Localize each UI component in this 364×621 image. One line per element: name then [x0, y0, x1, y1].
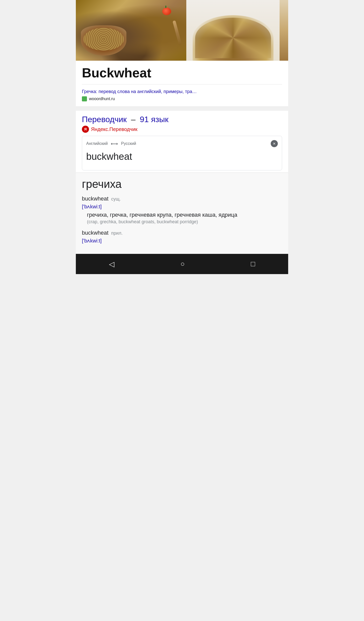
site-name: wooordhunt.ru	[89, 97, 115, 101]
home-icon: ○	[180, 260, 185, 268]
dict-pos-adj: прил.	[111, 231, 123, 236]
language-row: Английский ⟷ Русский ✕	[86, 140, 278, 147]
image-pile	[186, 0, 280, 61]
dict-meanings-noun: гречиха, гречка, гречневая крупа, гречне…	[82, 212, 282, 218]
site-favicon-icon	[82, 96, 87, 101]
dict-word-adj: buckwheat прил.	[82, 230, 282, 236]
page-title: Buckwheat	[82, 66, 282, 80]
back-button[interactable]: ◁	[104, 257, 120, 271]
image-header	[76, 0, 288, 61]
source-language-label: Английский	[86, 141, 108, 146]
target-language-label: Русский	[121, 141, 136, 146]
dict-entry-noun: buckwheat сущ. ['bʌkwi:t] гречиха, гречк…	[82, 195, 282, 225]
dict-examples-noun: (crap, grechka, buckwheat groats, buckwh…	[82, 219, 282, 225]
dictionary-section: гречиха buckwheat сущ. ['bʌkwi:t] гречих…	[76, 173, 288, 254]
image-bowl	[76, 0, 186, 61]
clear-button[interactable]: ✕	[271, 140, 278, 147]
dict-headword-adj: buckwheat	[82, 230, 108, 236]
recent-icon: □	[251, 260, 255, 268]
translator-title-text[interactable]: Переводчик	[82, 115, 127, 124]
recents-button[interactable]: □	[246, 257, 260, 271]
bottom-navigation: ◁ ○ □	[76, 254, 288, 274]
dict-entry-adj: buckwheat прил. ['bʌkwi:t]	[82, 230, 282, 244]
translation-box: Английский ⟷ Русский ✕ buckwheat	[82, 136, 282, 170]
translator-section: Переводчик – 91 язык Яндекс.Переводчик А…	[76, 111, 288, 173]
dict-phonetic-adj: ['bʌkwi:t]	[82, 238, 282, 244]
input-word-display[interactable]: buckwheat	[86, 150, 278, 166]
result-link[interactable]: Гречка: перевод слова на английский, при…	[82, 88, 282, 95]
image-closeup	[280, 0, 288, 61]
swap-languages-icon[interactable]: ⟷	[111, 141, 118, 147]
divider	[82, 84, 282, 84]
site-info: wooordhunt.ru	[82, 96, 282, 101]
dict-word-noun: buckwheat сущ.	[82, 195, 282, 202]
dict-phonetic-noun: ['bʌkwi:t]	[82, 204, 282, 210]
main-translation: гречиха	[82, 178, 282, 190]
yandex-name-label: Яндекс.Переводчик	[91, 126, 138, 132]
translator-heading: Переводчик – 91 язык	[82, 115, 282, 124]
dict-headword-noun: buckwheat	[82, 195, 108, 202]
home-button[interactable]: ○	[175, 257, 190, 271]
translator-dash: –	[131, 115, 135, 124]
yandex-icon	[82, 126, 89, 133]
dict-pos-noun: сущ.	[111, 196, 121, 202]
translator-count-text[interactable]: 91 язык	[140, 115, 168, 124]
main-result-card: Buckwheat Гречка: перевод слова на англи…	[76, 61, 288, 107]
back-icon: ◁	[109, 260, 115, 268]
yandex-brand[interactable]: Яндекс.Переводчик	[82, 126, 282, 133]
